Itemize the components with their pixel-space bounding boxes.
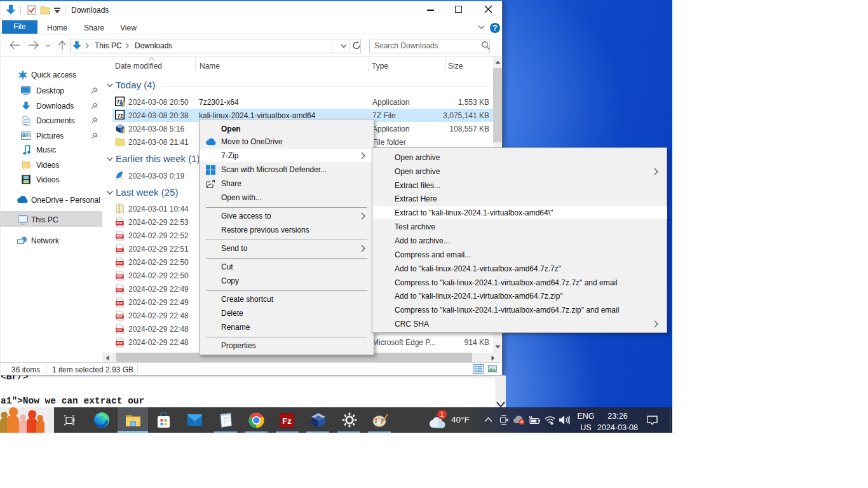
- svg-text:PDF: PDF: [116, 222, 123, 225]
- svg-text:PDF: PDF: [116, 235, 123, 238]
- svg-text:PDF: PDF: [116, 275, 123, 278]
- svg-text:PDF: PDF: [116, 262, 123, 265]
- svg-text:PDF: PDF: [116, 315, 123, 318]
- svg-text:PDF: PDF: [116, 342, 123, 345]
- svg-text:Fz: Fz: [282, 416, 292, 426]
- svg-text:PDF: PDF: [116, 248, 123, 252]
- svg-text:PDF: PDF: [116, 302, 123, 305]
- svg-text:7z: 7z: [118, 112, 123, 119]
- svg-text:PDF: PDF: [116, 329, 123, 332]
- svg-text:PDF: PDF: [116, 288, 123, 292]
